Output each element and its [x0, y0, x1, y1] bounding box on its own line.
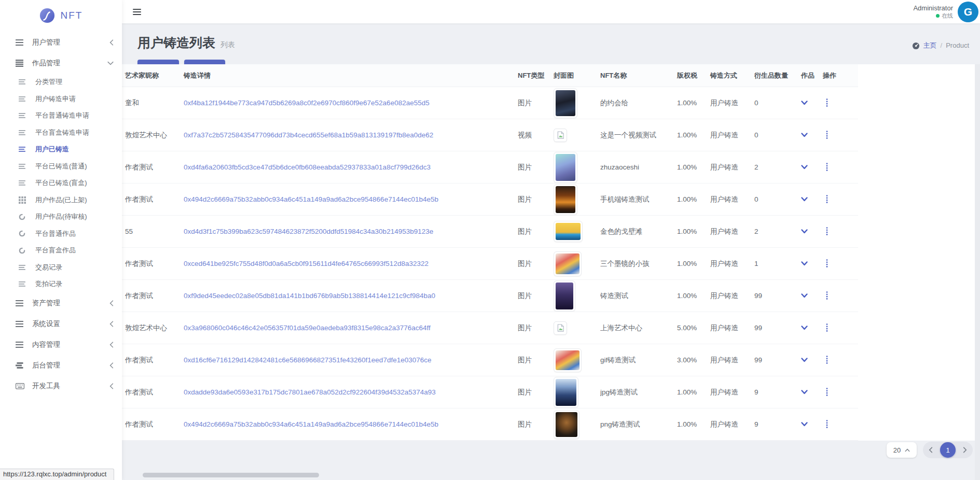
expand-works-button[interactable]	[801, 229, 808, 234]
sidebar-item-platform-minted-normal[interactable]: 平台已铸造(普通)	[0, 158, 122, 175]
cell-royalty: 3.00%	[677, 356, 697, 364]
cover-image[interactable]	[554, 221, 583, 242]
mint-detail-link[interactable]: 0x494d2c6669a75b32abb0c934a6c451a149a9ad…	[184, 420, 438, 428]
sidebar-item-system-settings[interactable]: 系统设置	[0, 314, 122, 334]
cell-mint-method: 用户铸造	[710, 356, 738, 364]
row-actions-button[interactable]	[823, 162, 831, 172]
prev-page-button[interactable]	[928, 447, 934, 453]
brand-text: NFT	[61, 10, 83, 21]
cell-derivative-qty: 0	[754, 99, 758, 107]
row-actions-button[interactable]	[823, 97, 831, 108]
sidebar-item-admin-management[interactable]: 后台管理	[0, 355, 122, 376]
table-row: 132 无 Ferrari 作者测试 0xd4fa6a20603fb5cd3ce…	[16, 151, 858, 183]
expand-works-button[interactable]	[801, 326, 808, 330]
table-row: 95 无 Ferrari 55 0xd4d3f1c75b399ba623c597…	[16, 216, 858, 248]
mint-detail-link[interactable]: 0x3a968060c046c46c42e056357f01da59e0aede…	[184, 324, 431, 332]
mint-detail-link[interactable]: 0xf9ded45eedec02a8e05db81da141b1bd676b9a…	[184, 292, 435, 300]
menu-icon	[16, 342, 24, 348]
expand-works-button[interactable]	[801, 261, 808, 266]
expand-works-button[interactable]	[801, 422, 808, 427]
sidebar-item-platform-minted-blindbox[interactable]: 平台已铸造(盲盒)	[0, 175, 122, 192]
sidebar-item-content-management[interactable]: 内容管理	[0, 334, 122, 355]
mint-detail-link[interactable]: 0xced641be925fc755d48f0d0a6a5cb0f915611d…	[184, 260, 429, 267]
cell-royalty: 5.00%	[677, 324, 697, 332]
spinner-icon	[19, 214, 27, 220]
expand-works-button[interactable]	[801, 101, 808, 105]
page-size-select[interactable]: 20	[887, 442, 917, 458]
column-header-derivative-qty: 衍生品数量	[754, 64, 801, 87]
cover-image[interactable]	[554, 377, 578, 408]
sidebar-item-category-management[interactable]: 分类管理	[0, 74, 122, 91]
row-actions-button[interactable]	[823, 290, 831, 301]
cover-image[interactable]	[554, 348, 582, 372]
cover-image[interactable]	[554, 280, 575, 312]
sidebar-toggle-icon[interactable]	[133, 9, 141, 15]
row-actions-button[interactable]	[823, 322, 831, 333]
sidebar-item-user-minted[interactable]: 用户已铸造	[0, 141, 122, 158]
row-actions-button[interactable]	[823, 419, 831, 429]
mint-detail-link[interactable]: 0xf7a37c2b57258435477096dd73b4cecd655ef6…	[184, 131, 433, 139]
cover-image[interactable]	[554, 152, 577, 183]
row-actions-button[interactable]	[823, 194, 831, 204]
breadcrumb-home-link[interactable]: 主页	[923, 40, 937, 51]
cover-image[interactable]	[554, 251, 582, 276]
sidebar-item-platform-blindbox-works[interactable]: 平台盲盒作品	[0, 242, 122, 259]
sidebar-item-label: 平台已铸造(盲盒)	[35, 178, 87, 188]
dashboard-icon	[912, 42, 920, 50]
cover-image[interactable]	[554, 88, 577, 118]
current-page-button[interactable]: 1	[940, 442, 956, 458]
row-actions-button[interactable]	[823, 387, 831, 397]
sidebar-item-asset-management[interactable]: 资产管理	[0, 293, 122, 314]
row-actions-button[interactable]	[823, 130, 831, 140]
sidebar-item-platform-blindbox-mint-apply[interactable]: 平台盲盒铸造申请	[0, 124, 122, 142]
cell-derivative-qty: 2	[754, 228, 758, 235]
expand-works-button[interactable]	[801, 390, 808, 394]
row-actions-button[interactable]	[823, 355, 831, 365]
row-actions-button[interactable]	[823, 226, 831, 236]
sidebar-item-works-management[interactable]: 作品管理	[0, 53, 122, 74]
sidebar-item-dev-tools[interactable]: 开发工具	[0, 376, 122, 397]
user-meta: Administrator 在线	[913, 4, 953, 20]
menu-sm-icon	[19, 147, 27, 152]
horizontal-scrollbar[interactable]	[143, 473, 319, 477]
mint-detail-link[interactable]: 0xdadde93da6e0593e317b175dc7801ae678a052…	[184, 388, 436, 396]
expand-works-button[interactable]	[801, 293, 808, 298]
expand-works-button[interactable]	[801, 133, 808, 137]
cell-nft-name: gif铸造测试	[600, 356, 636, 364]
brand-logo[interactable]: NFT	[0, 0, 122, 31]
cell-nft-type: 图片	[518, 163, 532, 171]
cell-royalty: 1.00%	[677, 292, 697, 300]
mint-detail-link[interactable]: 0xd4d3f1c75b399ba623c597484623872f5200dd…	[184, 228, 433, 235]
mint-detail-link[interactable]: 0xf4ba12f1944be773ca947d5b6269a8c0f2e697…	[184, 99, 430, 107]
sidebar-item-trade-records[interactable]: 交易记录	[0, 259, 122, 276]
sidebar-item-platform-normal-mint-apply[interactable]: 平台普通铸造申请	[0, 107, 122, 124]
cell-artist: 作者测试	[125, 195, 153, 203]
cell-nft-name: 上海艺术中心	[600, 324, 642, 332]
cover-image[interactable]	[554, 184, 577, 215]
cell-derivative-qty: 99	[754, 356, 762, 364]
mint-detail-link[interactable]: 0xd4fa6a20603fb5cd3ce47d5b6dce0fb608eeab…	[184, 163, 431, 171]
avatar[interactable]: G	[958, 2, 978, 22]
expand-works-button[interactable]	[801, 358, 808, 362]
cell-artist: 作者测试	[125, 420, 153, 428]
cell-artist: 作者测试	[125, 292, 153, 300]
mint-detail-link[interactable]: 0xd16cf6e716129d142842481c6e568696682735…	[184, 356, 431, 364]
sidebar-item-platform-normal-works[interactable]: 平台普通作品	[0, 225, 122, 243]
next-page-button[interactable]	[962, 447, 968, 453]
sidebar-item-user-management[interactable]: 用户管理	[0, 32, 122, 53]
vertical-scrollbar-track[interactable]	[975, 64, 980, 480]
cell-artist: 作者测试	[125, 388, 153, 396]
mint-detail-link[interactable]: 0x494d2c6669a75b32abb0c934a6c451a149a9ad…	[184, 195, 438, 203]
cell-nft-type: 图片	[518, 420, 532, 428]
cell-royalty: 1.00%	[677, 131, 697, 139]
sidebar-item-user-works-pending[interactable]: 用户作品(待审核)	[0, 208, 122, 225]
sidebar-item-user-mint-apply[interactable]: 用户铸造申请	[0, 91, 122, 108]
cell-mint-method: 用户铸造	[710, 99, 738, 107]
expand-works-button[interactable]	[801, 197, 808, 202]
sidebar-item-auction-records[interactable]: 竞拍记录	[0, 276, 122, 293]
sidebar-item-label: 交易记录	[35, 263, 62, 272]
row-actions-button[interactable]	[823, 258, 831, 269]
sidebar-item-user-works-listed[interactable]: 用户作品(已上架)	[0, 192, 122, 209]
cell-mint-method: 用户铸造	[710, 195, 738, 203]
expand-works-button[interactable]	[801, 165, 808, 170]
